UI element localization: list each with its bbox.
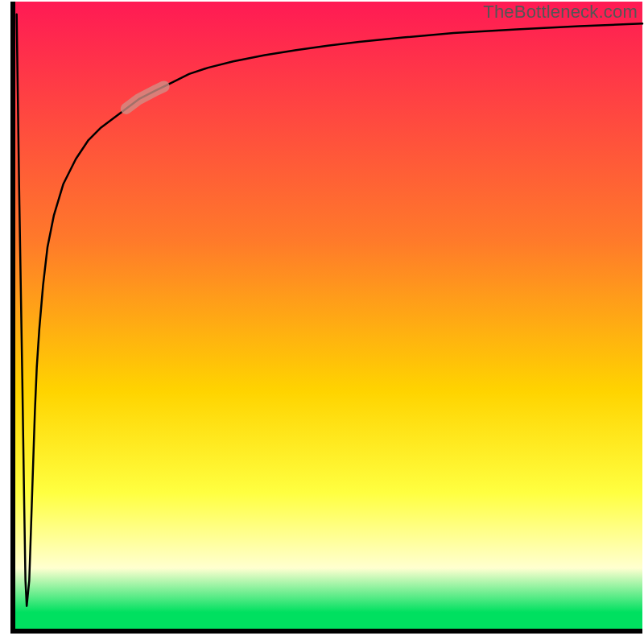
watermark-label: TheBottleneck.com [483, 2, 638, 23]
bottleneck-chart [0, 0, 644, 644]
gradient-background [13, 2, 642, 631]
chart-container: TheBottleneck.com [0, 0, 644, 644]
